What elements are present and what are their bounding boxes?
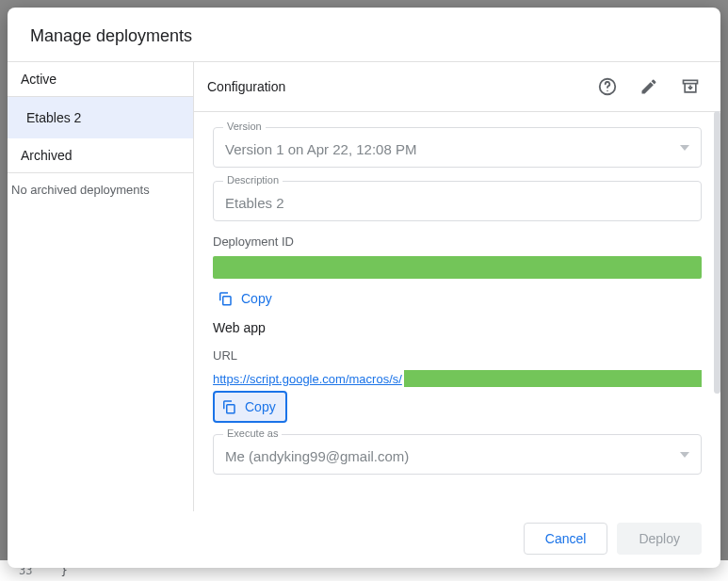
sidebar-active-header: Active [8, 62, 193, 97]
archive-button[interactable] [673, 70, 707, 104]
svg-rect-2 [684, 80, 698, 83]
manage-deployments-dialog: Manage deployments Active Etables 2 Arch… [8, 8, 720, 568]
cancel-button[interactable]: Cancel [524, 523, 608, 555]
web-app-url-link[interactable]: https://script.google.com/macros/s/ [213, 372, 402, 386]
copy-label: Copy [241, 291, 272, 306]
copy-url-button[interactable]: Copy [213, 391, 287, 423]
sidebar-archived-empty: No archived deployments [8, 173, 193, 206]
copy-icon [217, 290, 234, 307]
sidebar-item-etables-2[interactable]: Etables 2 [8, 97, 193, 138]
edit-button[interactable] [632, 70, 666, 104]
version-dropdown[interactable]: Version Version 1 on Apr 22, 12:08 PM [213, 127, 702, 168]
copy-icon [220, 398, 237, 415]
description-label: Description [223, 174, 283, 186]
deployment-id-label: Deployment ID [213, 234, 702, 249]
deploy-button: Deploy [617, 523, 702, 555]
version-value: Version 1 on Apr 22, 12:08 PM [225, 141, 689, 157]
scrollbar[interactable] [714, 111, 720, 394]
url-label: URL [213, 348, 702, 363]
web-app-url-redacted [404, 370, 702, 387]
version-label: Version [223, 121, 266, 132]
archive-icon [681, 77, 700, 96]
scrollbar-thumb[interactable] [714, 111, 720, 394]
dialog-body: Active Etables 2 Archived No archived de… [8, 62, 720, 511]
help-button[interactable] [590, 70, 624, 104]
svg-rect-3 [223, 297, 231, 305]
svg-rect-4 [227, 405, 235, 413]
configuration-panel: Configuration [194, 62, 720, 511]
description-value: Etables 2 [225, 195, 689, 211]
execute-as-label: Execute as [223, 428, 282, 439]
config-header: Configuration [194, 62, 720, 112]
execute-as-value: Me (andyking99@gmail.com) [225, 448, 689, 464]
copy-label: Copy [245, 399, 276, 414]
description-field[interactable]: Description Etables 2 [213, 181, 702, 221]
svg-point-1 [607, 90, 607, 91]
execute-as-dropdown[interactable]: Execute as Me (andyking99@gmail.com) [213, 434, 702, 475]
copy-deployment-id-button[interactable]: Copy [213, 282, 282, 315]
sidebar-archived-header: Archived [8, 138, 193, 173]
config-content: Version Version 1 on Apr 22, 12:08 PM De… [194, 112, 720, 511]
deployment-id-value-redacted [213, 256, 702, 279]
web-app-heading: Web app [213, 320, 702, 335]
help-icon [597, 76, 618, 97]
web-app-url-row: https://script.google.com/macros/s/ [213, 370, 702, 387]
dialog-header: Manage deployments [8, 8, 720, 62]
dialog-title: Manage deployments [30, 26, 698, 46]
config-header-title: Configuration [207, 79, 583, 94]
deployments-sidebar: Active Etables 2 Archived No archived de… [8, 62, 194, 511]
chevron-down-icon [680, 145, 689, 151]
dialog-footer: Cancel Deploy [8, 511, 720, 568]
pencil-icon [639, 77, 658, 96]
chevron-down-icon [680, 452, 689, 458]
